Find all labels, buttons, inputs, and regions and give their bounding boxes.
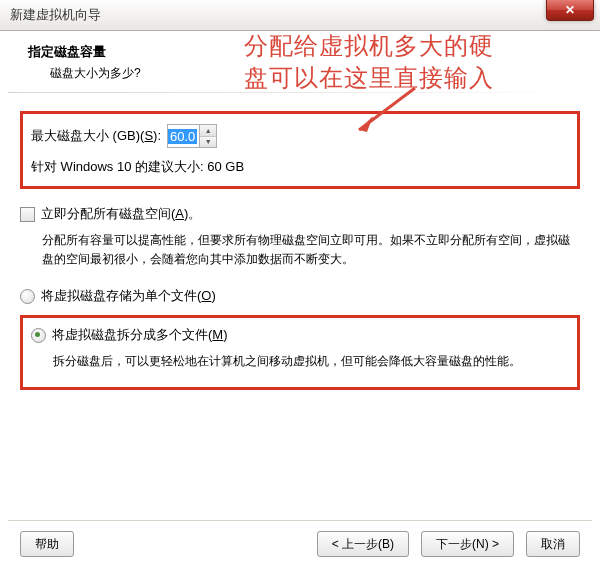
disk-size-spinner[interactable]: 60.0 ▲ ▼ — [167, 124, 217, 148]
allocate-now-checkbox[interactable] — [20, 207, 35, 222]
disk-size-highlight: 最大磁盘大小 (GB)(S): 60.0 ▲ ▼ 针对 Windows 10 的… — [20, 111, 580, 189]
allocate-now-desc: 分配所有容量可以提高性能，但要求所有物理磁盘空间立即可用。如果不立即分配所有空间… — [42, 231, 580, 269]
cancel-button[interactable]: 取消 — [526, 531, 580, 557]
spinner-down-icon[interactable]: ▼ — [200, 137, 216, 148]
store-split-row[interactable]: 将虚拟磁盘拆分成多个文件(M) — [31, 326, 569, 344]
annotation-text: 分配给虚拟机多大的硬 盘可以在这里直接输入 — [244, 30, 594, 94]
annotation-line2: 盘可以在这里直接输入 — [244, 62, 594, 94]
store-split-label: 将虚拟磁盘拆分成多个文件(M) — [52, 326, 228, 344]
disk-size-label: 最大磁盘大小 (GB)(S): — [31, 127, 161, 145]
close-icon: ✕ — [565, 3, 575, 17]
help-button[interactable]: 帮助 — [20, 531, 74, 557]
allocate-now-label: 立即分配所有磁盘空间(A)。 — [41, 205, 201, 223]
footer: 帮助 < 上一步(B) 下一步(N) > 取消 — [0, 517, 600, 561]
disk-size-recommend: 针对 Windows 10 的建议大小: 60 GB — [31, 158, 569, 176]
store-split-highlight: 将虚拟磁盘拆分成多个文件(M) 拆分磁盘后，可以更轻松地在计算机之间移动虚拟机，… — [20, 315, 580, 390]
allocate-now-row[interactable]: 立即分配所有磁盘空间(A)。 — [20, 205, 580, 223]
back-button[interactable]: < 上一步(B) — [317, 531, 409, 557]
store-single-row[interactable]: 将虚拟磁盘存储为单个文件(O) — [20, 287, 580, 305]
svg-marker-1 — [359, 116, 373, 132]
titlebar: 新建虚拟机向导 ✕ — [0, 0, 600, 31]
disk-size-value[interactable]: 60.0 — [168, 129, 197, 144]
store-split-desc: 拆分磁盘后，可以更轻松地在计算机之间移动虚拟机，但可能会降低大容量磁盘的性能。 — [53, 352, 569, 371]
store-single-radio[interactable] — [20, 289, 35, 304]
window-title: 新建虚拟机向导 — [10, 6, 101, 24]
spinner-buttons: ▲ ▼ — [199, 125, 216, 147]
store-split-radio[interactable] — [31, 328, 46, 343]
store-single-label: 将虚拟磁盘存储为单个文件(O) — [41, 287, 216, 305]
disk-size-row: 最大磁盘大小 (GB)(S): 60.0 ▲ ▼ — [31, 124, 569, 148]
wizard-body: 最大磁盘大小 (GB)(S): 60.0 ▲ ▼ 针对 Windows 10 的… — [0, 93, 600, 390]
close-button[interactable]: ✕ — [546, 0, 594, 21]
annotation-line1: 分配给虚拟机多大的硬 — [244, 30, 594, 62]
wizard-window: 新建虚拟机向导 ✕ 分配给虚拟机多大的硬 盘可以在这里直接输入 指定磁盘容量 磁… — [0, 0, 600, 561]
spinner-up-icon[interactable]: ▲ — [200, 125, 216, 137]
next-button[interactable]: 下一步(N) > — [421, 531, 514, 557]
